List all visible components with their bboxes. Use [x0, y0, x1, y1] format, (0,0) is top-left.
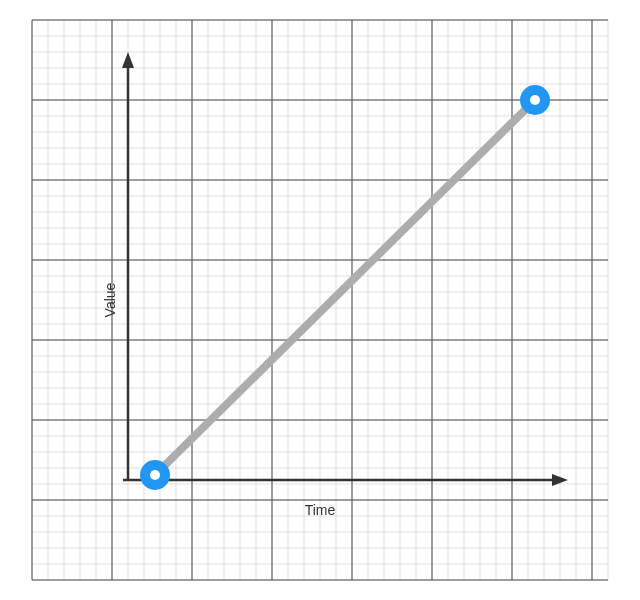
start-point-marker[interactable]	[140, 460, 170, 490]
svg-point-94	[150, 470, 160, 480]
end-point-marker[interactable]	[520, 85, 550, 115]
svg-point-96	[530, 95, 540, 105]
y-axis-label: Value	[102, 283, 118, 318]
data-line	[155, 100, 535, 475]
svg-marker-90	[122, 52, 134, 68]
chart: Time Value	[0, 0, 640, 600]
x-axis-label: Time	[305, 502, 336, 518]
